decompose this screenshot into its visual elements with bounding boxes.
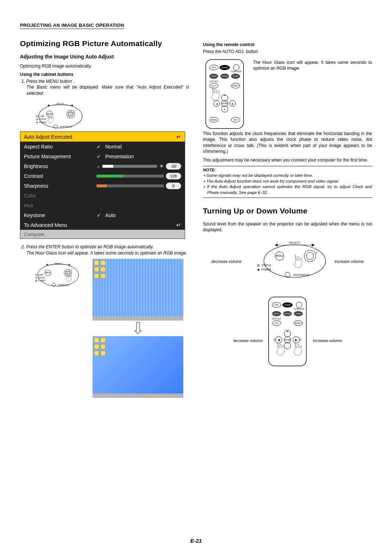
svg-text:▶: ▶	[295, 338, 298, 342]
first-time-note: This adjustment may be necessary when yo…	[203, 157, 372, 163]
svg-text:ASPECT: ASPECT	[295, 322, 302, 324]
svg-text:AUTO ADJ.: AUTO ADJ.	[272, 318, 281, 320]
svg-text:S-VIDEO: S-VIDEO	[221, 75, 229, 77]
svg-text:▷: ▷	[300, 338, 302, 341]
svg-text:ENTER: ENTER	[68, 114, 73, 115]
svg-point-82	[258, 264, 260, 266]
menu-row-value: Auto	[105, 212, 116, 218]
svg-marker-75	[312, 244, 315, 247]
svg-text:▲: ▲	[286, 330, 289, 332]
svg-text:SOURCE: SOURCE	[65, 271, 71, 273]
cabinet-diagram-1: SELECT + − MENU SOURCE ENTER LAMP STATUS…	[20, 99, 85, 130]
svg-text:VIDEO: VIDEO	[274, 313, 279, 315]
svg-text:MENU: MENU	[47, 113, 52, 115]
svg-marker-3	[72, 104, 73, 106]
svg-text:OFF: OFF	[212, 66, 216, 69]
method-cabinet-title: Using the cabinet buttons	[20, 72, 189, 77]
svg-point-80	[304, 250, 316, 262]
note-heading: NOTE:	[203, 168, 372, 172]
svg-text:POWER: POWER	[221, 66, 228, 69]
svg-text:AUTO: AUTO	[274, 322, 279, 324]
note-item: If the Auto Adjust operation cannot opti…	[203, 184, 372, 195]
svg-point-72	[264, 245, 326, 277]
svg-text:MENU: MENU	[276, 254, 283, 257]
menu-row: Hue	[20, 200, 185, 210]
menu-row-label: Picture Management	[24, 154, 97, 159]
slider-track	[97, 184, 164, 187]
svg-text:S-VIDEO: S-VIDEO	[284, 313, 291, 315]
svg-text:MENU: MENU	[45, 272, 51, 274]
svg-text:POWER: POWER	[261, 268, 271, 271]
menu-row: Keystone✓Auto	[20, 210, 185, 220]
svg-text:SELECT: SELECT	[55, 262, 62, 264]
menu-row-label: Aspect Ratio	[24, 144, 97, 150]
page-number: E-21	[0, 538, 392, 544]
menu-row-label: Brightness	[24, 163, 97, 169]
hourglass-note-right: The Hour Glass icon will appear. It take…	[253, 58, 372, 71]
svg-text:SELECT: SELECT	[57, 103, 64, 105]
note-list: Some signals may not be displayed correc…	[203, 173, 372, 195]
svg-point-86	[285, 272, 290, 277]
clock-description: This function adjusts the clock frequenc…	[203, 131, 372, 154]
check-icon: ✓	[97, 154, 101, 159]
svg-text:increase volume: increase volume	[313, 338, 342, 343]
svg-text:MENU: MENU	[211, 119, 217, 121]
volume-intro: Sound level from the speaker on the proj…	[203, 221, 372, 233]
svg-text:SOURCE: SOURCE	[68, 112, 74, 114]
svg-text:◁: ◁	[273, 338, 275, 341]
arrow-down-icon: ⇩	[131, 323, 145, 334]
svg-text:◀: ◀	[278, 338, 280, 342]
slider-value: -50	[166, 163, 181, 170]
slider-track	[97, 175, 164, 178]
on-screen-menu: Auto Adjust Executed↵Aspect Ratio✓Normal…	[20, 131, 185, 239]
volume-remote-diagram: OFF POWER COMPUTER VIDEO S-VIDEO COMP AU…	[233, 296, 342, 377]
remote-diagram: OFF POWER COMPUTER VIDEO S-VIDEO COMP AU…	[203, 58, 246, 131]
menu-row: Auto Adjust Executed↵	[20, 132, 185, 142]
menu-row: Color	[20, 191, 185, 200]
svg-marker-22	[46, 264, 48, 266]
svg-text:▼: ▼	[224, 109, 226, 111]
left-column: Optimizing RGB Picture Automatically Adj…	[20, 39, 189, 398]
step1: 1. Press the MENU button . The Basic men…	[20, 78, 189, 96]
section-title-rgb: Optimizing RGB Picture Automatically	[20, 39, 189, 48]
cabinet-diagram-2: SELECT + − MENU SOURCE ENTER LAMP STATUS…	[20, 259, 82, 288]
step2: 2. Press the ENTER button to optimize an…	[20, 244, 189, 256]
svg-text:STATUS: STATUS	[38, 277, 45, 279]
svg-text:EXIT: EXIT	[233, 119, 237, 121]
svg-text:ENTER: ENTER	[222, 102, 228, 105]
svg-text:ON/STAND BY: ON/STAND BY	[293, 274, 310, 276]
optimization-illustration: ⇩	[93, 259, 183, 398]
slider-value: 0	[166, 183, 181, 189]
label-decrease-volume: decrease volume	[211, 259, 242, 264]
svg-text:COMP: COMP	[233, 75, 239, 77]
menu-row-label: To Advanced Menu	[24, 222, 97, 228]
menu-row-label: Color	[24, 193, 97, 199]
svg-point-20	[38, 264, 79, 286]
svg-marker-2	[47, 104, 49, 106]
remote-instruction: Press the AUTO ADJ. button	[203, 49, 372, 54]
svg-point-0	[38, 104, 82, 128]
svg-text:POWER: POWER	[39, 121, 46, 123]
menu-row-label: Auto Adjust Executed	[24, 134, 97, 140]
enter-icon: ↵	[176, 134, 181, 140]
menu-row: To Advanced Menu↵	[20, 220, 185, 230]
check-icon: ✓	[97, 212, 101, 218]
menu-row-label: Contrast	[24, 173, 97, 179]
svg-point-32	[36, 274, 37, 276]
brightness-high-icon: ☀	[159, 163, 164, 169]
desktop-before	[93, 259, 183, 321]
svg-text:▲: ▲	[224, 94, 226, 96]
subhead-auto-adjust: Adjusting the Image Using Auto Adjust	[20, 54, 189, 60]
menu-row-label: Keystone	[24, 212, 97, 218]
svg-text:▶: ▶	[232, 103, 234, 105]
menu-row-label: Hue	[24, 203, 97, 208]
right-column: Using the remote control Press the AUTO …	[203, 39, 372, 398]
svg-point-14	[36, 119, 37, 120]
slider-value: 128	[166, 173, 181, 179]
enter-icon: ↵	[176, 222, 181, 228]
section-title-volume: Turning Up or Down Volume	[203, 207, 372, 215]
svg-point-84	[258, 269, 260, 270]
menu-row-label: Sharpness	[24, 183, 97, 189]
menu-row: Aspect Ratio✓Normal	[20, 142, 185, 151]
svg-text:LAMP: LAMP	[38, 274, 43, 276]
